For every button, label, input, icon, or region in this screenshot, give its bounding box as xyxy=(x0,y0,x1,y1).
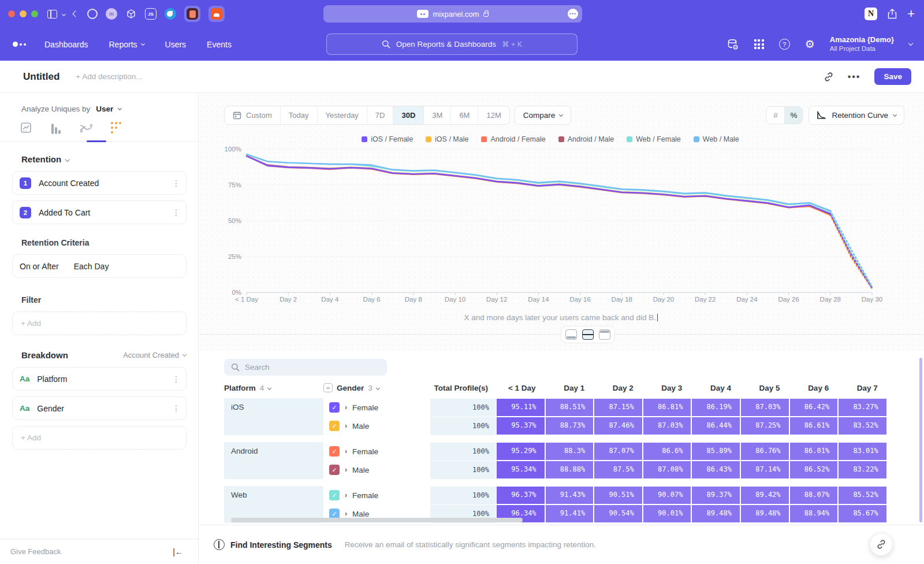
criteria-interval[interactable]: Each Day xyxy=(74,262,109,271)
retention-value-cell[interactable]: 89.48% xyxy=(691,504,740,523)
retention-value-cell[interactable]: 90.07% xyxy=(643,486,692,504)
retention-value-cell[interactable]: 85.67% xyxy=(838,504,887,523)
retention-value-cell[interactable]: 87.07% xyxy=(594,442,643,461)
retention-value-cell[interactable]: 88.07% xyxy=(789,486,839,504)
copy-link-icon[interactable] xyxy=(824,72,834,82)
active-tab-pill[interactable] xyxy=(184,6,200,22)
tab-flows[interactable] xyxy=(80,121,92,134)
expand-row-icon[interactable]: › xyxy=(345,491,346,499)
retention-value-cell[interactable]: 89.48% xyxy=(740,504,789,523)
legend-item[interactable]: iOS / Female xyxy=(362,135,413,143)
mixpanel-logo[interactable] xyxy=(13,42,26,47)
share-icon[interactable] xyxy=(888,9,897,19)
criteria-mode[interactable]: On or After xyxy=(20,262,59,271)
breakdown-card[interactable]: Aa Gender ⋮ xyxy=(12,396,187,420)
nav-reports[interactable]: Reports xyxy=(109,40,144,49)
new-tab-icon[interactable]: + xyxy=(907,6,915,21)
soundcloud-pill[interactable] xyxy=(208,6,225,22)
retention-value-cell[interactable]: 95.34% xyxy=(496,461,545,479)
retention-value-cell[interactable]: 88.51% xyxy=(545,398,594,417)
retention-value-cell[interactable]: 83.52% xyxy=(838,417,887,435)
unit-count-toggle[interactable]: # xyxy=(766,107,784,124)
date-6m[interactable]: 6M xyxy=(451,106,478,124)
js-icon[interactable]: JS xyxy=(145,8,157,20)
retention-value-cell[interactable]: 91.43% xyxy=(545,486,594,504)
row-checkbox[interactable]: ✓ xyxy=(329,421,340,431)
nav-events[interactable]: Events xyxy=(207,40,232,49)
date-custom[interactable]: Custom xyxy=(225,106,281,124)
layout-split-icon[interactable] xyxy=(582,329,594,340)
tab-retention[interactable] xyxy=(110,121,122,134)
unit-percent-toggle[interactable]: % xyxy=(784,107,802,124)
close-window-button[interactable] xyxy=(8,10,15,17)
url-more-button[interactable]: ••• xyxy=(568,9,578,19)
column-day[interactable]: Day 4 xyxy=(691,384,740,392)
add-description[interactable]: + Add description... xyxy=(76,72,142,81)
url-bar[interactable]: mixpanel.com ••• xyxy=(323,5,582,23)
report-title[interactable]: Untitled xyxy=(23,71,59,83)
kebab-menu-icon[interactable]: ⋮ xyxy=(172,374,180,384)
retention-value-cell[interactable]: 83.22% xyxy=(838,461,887,479)
global-search-input[interactable]: Open Reports & Dashboards ⌘ + K xyxy=(326,34,578,55)
nav-dashboards[interactable]: Dashboards xyxy=(44,40,88,49)
expand-row-icon[interactable]: › xyxy=(345,466,346,474)
row-checkbox[interactable]: ✓ xyxy=(329,446,340,457)
retention-value-cell[interactable]: 95.29% xyxy=(496,442,545,461)
compare-button[interactable]: Compare xyxy=(515,106,572,125)
give-feedback-link[interactable]: Give Feedback xyxy=(10,547,61,556)
project-chevron-icon[interactable] xyxy=(908,40,913,45)
retention-value-cell[interactable]: 89.37% xyxy=(691,486,740,504)
retention-value-cell[interactable]: 88.88% xyxy=(545,461,594,479)
retention-value-cell[interactable]: 88.3% xyxy=(545,442,594,461)
column-day[interactable]: Day 7 xyxy=(838,384,887,392)
date-12m[interactable]: 12M xyxy=(478,106,509,124)
row-checkbox[interactable]: ✓ xyxy=(329,465,340,475)
date-3m[interactable]: 3M xyxy=(424,106,451,124)
cube-icon[interactable] xyxy=(125,8,137,20)
breakdown-scope-dropdown[interactable]: Account Created xyxy=(123,351,186,359)
retention-value-cell[interactable]: 86.52% xyxy=(789,461,839,479)
more-options-icon[interactable]: ••• xyxy=(848,72,861,82)
event-step-card[interactable]: 1 Account Created ⋮ xyxy=(12,171,187,195)
retention-value-cell[interactable]: 89.42% xyxy=(740,486,789,504)
kebab-menu-icon[interactable]: ⋮ xyxy=(172,208,180,217)
data-management-icon[interactable] xyxy=(726,38,739,51)
zoom-window-button[interactable] xyxy=(31,10,38,17)
find-segments-title[interactable]: Find Interesting Segments xyxy=(230,540,332,550)
retention-value-cell[interactable]: 87.14% xyxy=(740,461,789,479)
horizontal-scrollbar[interactable] xyxy=(231,518,523,522)
share-link-button[interactable] xyxy=(870,533,893,556)
retention-value-cell[interactable]: 90.54% xyxy=(594,504,643,523)
add-filter-button[interactable]: + Add xyxy=(12,311,187,335)
bird-icon[interactable] xyxy=(165,8,176,20)
retention-value-cell[interactable]: 86.61% xyxy=(789,417,839,435)
select-all-checkbox[interactable]: – xyxy=(323,383,333,392)
sidebar-icon[interactable] xyxy=(47,10,57,18)
collapse-sidebar-icon[interactable]: |← xyxy=(173,547,183,556)
retention-value-cell[interactable]: 85.52% xyxy=(838,486,887,504)
expand-row-icon[interactable]: › xyxy=(345,403,346,411)
help-icon[interactable]: ? xyxy=(779,39,790,50)
tab-funnels[interactable] xyxy=(50,121,62,134)
row-checkbox[interactable]: ✓ xyxy=(329,402,340,413)
layout-chart-only-icon[interactable] xyxy=(565,329,577,340)
platform-cell[interactable]: Android xyxy=(224,442,323,479)
add-breakdown-button[interactable]: + Add xyxy=(12,426,187,450)
save-button[interactable]: Save xyxy=(874,68,911,85)
column-day[interactable]: Day 1 xyxy=(545,384,594,392)
expand-row-icon[interactable]: › xyxy=(345,447,346,455)
retention-value-cell[interactable]: 95.11% xyxy=(496,398,545,417)
retention-value-cell[interactable]: 83.01% xyxy=(838,442,887,461)
platform-cell[interactable]: iOS xyxy=(224,398,323,435)
retention-value-cell[interactable]: 86.44% xyxy=(691,417,740,435)
retention-value-cell[interactable]: 85.89% xyxy=(691,442,740,461)
expand-row-icon[interactable]: › xyxy=(345,510,346,518)
column-day[interactable]: Day 5 xyxy=(740,384,789,392)
column-day[interactable]: Day 6 xyxy=(789,384,839,392)
chevron-down-icon[interactable] xyxy=(62,13,65,16)
back-icon[interactable] xyxy=(73,12,78,16)
column-day[interactable]: Day 3 xyxy=(643,384,692,392)
retention-value-cell[interactable]: 86.43% xyxy=(691,461,740,479)
settings-gear-icon[interactable]: ⚙ xyxy=(805,38,815,51)
retention-chart[interactable]: 100%75%50%25%0% < 1 DayDay 2Day 4Day 6Da… xyxy=(224,144,877,304)
